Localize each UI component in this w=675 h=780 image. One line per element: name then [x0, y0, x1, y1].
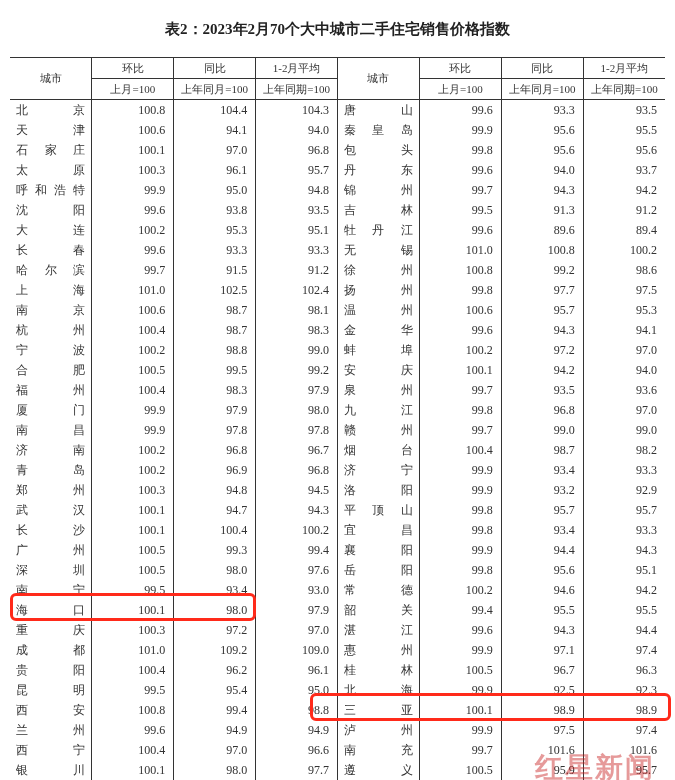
city-cell: 厦 门: [10, 400, 92, 420]
city-cell: 济 南: [10, 440, 92, 460]
table-row: 长 春99.693.393.3无 锡101.0100.8100.2: [10, 240, 665, 260]
mom-cell: 99.7: [419, 180, 501, 200]
mom-cell: 99.9: [419, 640, 501, 660]
yoy-cell: 97.0: [174, 740, 256, 760]
yoy-cell: 95.7: [501, 500, 583, 520]
avg-cell: 96.6: [256, 740, 338, 760]
avg-cell: 97.9: [256, 380, 338, 400]
mom-cell: 100.1: [92, 600, 174, 620]
avg-cell: 94.3: [256, 500, 338, 520]
avg-cell: 100.2: [583, 240, 665, 260]
price-index-table: 城市 环比 同比 1-2月平均 城市 环比 同比 1-2月平均 上月=100 上…: [10, 57, 665, 780]
col-avg-sub-right: 上年同期=100: [583, 79, 665, 100]
city-cell: 合 肥: [10, 360, 92, 380]
city-cell: 哈 尔 滨: [10, 260, 92, 280]
col-city-right: 城市: [338, 58, 420, 100]
yoy-cell: 98.8: [174, 340, 256, 360]
mom-cell: 100.2: [92, 220, 174, 240]
mom-cell: 99.6: [92, 200, 174, 220]
mom-cell: 99.5: [92, 580, 174, 600]
city-cell: 北 京: [10, 100, 92, 121]
avg-cell: 102.4: [256, 280, 338, 300]
yoy-cell: 98.9: [501, 700, 583, 720]
avg-cell: 97.4: [583, 640, 665, 660]
mom-cell: 99.7: [92, 260, 174, 280]
avg-cell: 101.6: [583, 740, 665, 760]
table-row: 西 安100.899.498.8三 亚100.198.998.9: [10, 700, 665, 720]
avg-cell: 98.9: [583, 700, 665, 720]
city-cell: 牡 丹 江: [338, 220, 420, 240]
table-row: 呼和浩特99.995.094.8锦 州99.794.394.2: [10, 180, 665, 200]
city-cell: 惠 州: [338, 640, 420, 660]
yoy-cell: 95.3: [174, 220, 256, 240]
yoy-cell: 95.7: [501, 300, 583, 320]
mom-cell: 100.1: [419, 700, 501, 720]
yoy-cell: 94.8: [174, 480, 256, 500]
table-row: 合 肥100.599.599.2安 庆100.194.294.0: [10, 360, 665, 380]
mom-cell: 100.5: [92, 540, 174, 560]
city-cell: 上 海: [10, 280, 92, 300]
city-cell: 泸 州: [338, 720, 420, 740]
table-row: 广 州100.599.399.4襄 阳99.994.494.3: [10, 540, 665, 560]
avg-cell: 98.0: [256, 400, 338, 420]
avg-cell: 93.7: [583, 160, 665, 180]
mom-cell: 99.6: [419, 100, 501, 121]
mom-cell: 99.8: [419, 560, 501, 580]
city-cell: 宁 波: [10, 340, 92, 360]
avg-cell: 97.8: [256, 420, 338, 440]
col-mom-left: 环比: [92, 58, 174, 79]
yoy-cell: 94.3: [501, 620, 583, 640]
city-cell: 宜 昌: [338, 520, 420, 540]
yoy-cell: 93.5: [501, 380, 583, 400]
yoy-cell: 99.0: [501, 420, 583, 440]
avg-cell: 96.1: [256, 660, 338, 680]
mom-cell: 99.7: [419, 740, 501, 760]
table-row: 福 州100.498.397.9泉 州99.793.593.6: [10, 380, 665, 400]
yoy-cell: 95.4: [174, 680, 256, 700]
avg-cell: 95.5: [583, 600, 665, 620]
avg-cell: 97.4: [583, 720, 665, 740]
mom-cell: 100.3: [92, 620, 174, 640]
yoy-cell: 97.2: [174, 620, 256, 640]
avg-cell: 93.3: [583, 520, 665, 540]
mom-cell: 99.9: [419, 720, 501, 740]
avg-cell: 96.8: [256, 460, 338, 480]
yoy-cell: 91.5: [174, 260, 256, 280]
mom-cell: 100.2: [92, 460, 174, 480]
yoy-cell: 93.8: [174, 200, 256, 220]
table-row: 海 口100.198.097.9韶 关99.495.595.5: [10, 600, 665, 620]
yoy-cell: 98.0: [174, 760, 256, 780]
mom-cell: 100.5: [419, 660, 501, 680]
yoy-cell: 94.6: [501, 580, 583, 600]
yoy-cell: 98.7: [174, 300, 256, 320]
city-cell: 三 亚: [338, 700, 420, 720]
avg-cell: 94.4: [583, 620, 665, 640]
city-cell: 西 安: [10, 700, 92, 720]
avg-cell: 98.6: [583, 260, 665, 280]
table-row: 天 津100.694.194.0秦 皇 岛99.995.695.5: [10, 120, 665, 140]
yoy-cell: 95.0: [174, 180, 256, 200]
mom-cell: 101.0: [419, 240, 501, 260]
table-row: 石 家 庄100.197.096.8包 头99.895.695.6: [10, 140, 665, 160]
yoy-cell: 98.0: [174, 600, 256, 620]
avg-cell: 91.2: [583, 200, 665, 220]
mom-cell: 101.0: [92, 280, 174, 300]
city-cell: 包 头: [338, 140, 420, 160]
table-row: 哈 尔 滨99.791.591.2徐 州100.899.298.6: [10, 260, 665, 280]
col-yoy-left: 同比: [174, 58, 256, 79]
avg-cell: 95.3: [583, 300, 665, 320]
city-cell: 烟 台: [338, 440, 420, 460]
city-cell: 银 川: [10, 760, 92, 780]
table-row: 厦 门99.997.998.0九 江99.896.897.0: [10, 400, 665, 420]
avg-cell: 95.0: [256, 680, 338, 700]
city-cell: 徐 州: [338, 260, 420, 280]
avg-cell: 100.2: [256, 520, 338, 540]
mom-cell: 100.6: [92, 300, 174, 320]
yoy-cell: 96.1: [174, 160, 256, 180]
yoy-cell: 97.9: [174, 400, 256, 420]
mom-cell: 101.0: [92, 640, 174, 660]
city-cell: 深 圳: [10, 560, 92, 580]
mom-cell: 99.8: [419, 140, 501, 160]
mom-cell: 99.7: [419, 380, 501, 400]
avg-cell: 96.3: [583, 660, 665, 680]
